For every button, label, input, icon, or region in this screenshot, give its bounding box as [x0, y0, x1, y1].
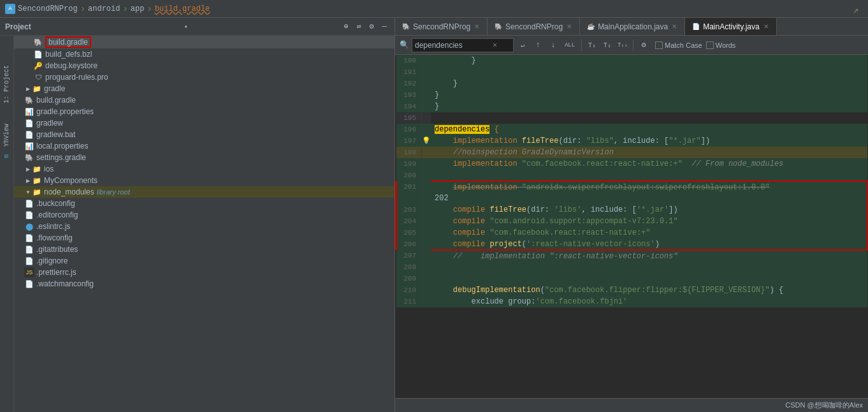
line-number	[396, 193, 422, 204]
table-row: 198 //noinspection GradleDynamicVersion	[396, 147, 868, 158]
line-content	[431, 112, 867, 124]
list-item[interactable]: 🐘 settings.gradle	[14, 152, 394, 163]
tab-mainapplication[interactable]: ☕ MainApplication.java ✕	[580, 18, 685, 35]
line-number: 190	[396, 55, 422, 66]
tree-label: build_defs.bzl	[45, 50, 92, 59]
breadcrumb-sep1: ›	[80, 4, 85, 14]
list-item[interactable]: ▶ 📁 gradle	[14, 83, 394, 94]
list-item[interactable]: 📄 .buckconfig	[14, 198, 394, 209]
search-filter-btn[interactable]: ⚙	[637, 39, 650, 52]
file-icon: 📄	[24, 256, 34, 266]
tab-close-btn[interactable]: ✕	[473, 23, 481, 31]
settings-icon[interactable]: ⚙	[366, 22, 377, 32]
words-option[interactable]: Words	[706, 41, 736, 49]
line-number: 194	[396, 101, 422, 112]
line-gutter	[422, 101, 431, 112]
file-icon: 📄	[33, 49, 43, 59]
match-case-option[interactable]: Match Case	[655, 41, 702, 49]
file-tree-header: Project ▾ ⊕ ⇌ ⚙ —	[0, 18, 394, 36]
breadcrumb: SencondRNProg › android › app › build.gr…	[18, 4, 210, 14]
tab-yhview[interactable]: YhView	[1, 120, 12, 151]
table-row: 196 dependencies {	[396, 124, 868, 135]
line-gutter	[422, 124, 431, 135]
list-item[interactable]: 📊 gradle.properties	[14, 106, 394, 117]
search-tii-btn[interactable]: Tᵢᵢ	[616, 39, 629, 52]
table-row: 206 compile project(':react-native-vecto…	[396, 239, 868, 250]
main-layout: Project ▾ ⊕ ⇌ ⚙ — 1: Project YhView m 🐘	[0, 18, 868, 412]
list-item[interactable]: 🐘 build.gradle	[14, 36, 394, 48]
list-item[interactable]: 📄 .editorconfig	[14, 209, 394, 221]
search-all-btn[interactable]: ALL	[562, 39, 577, 52]
search-next-btn[interactable]: ↓	[547, 39, 560, 52]
list-item[interactable]: 📄 .gitattributes	[14, 244, 394, 255]
project-dropdown-icon[interactable]: ▾	[184, 23, 188, 31]
list-item[interactable]: 📊 local.properties	[14, 140, 394, 152]
search-prev-btn[interactable]: ↑	[532, 39, 544, 52]
file-tree-toolbar: ⊕ ⇌ ⚙ —	[341, 22, 389, 32]
tab-mainactivity[interactable]: 📄 MainActivity.java ✕	[685, 18, 776, 35]
line-gutter	[422, 227, 431, 239]
tree-label: .prettierrc.js	[36, 268, 76, 277]
search-enter-btn[interactable]: ↵	[516, 39, 529, 52]
line-number: 210	[396, 284, 422, 296]
collapse-icon[interactable]: —	[379, 22, 389, 32]
list-item[interactable]: ▼ 📁 node_modules library root	[14, 186, 394, 198]
match-case-checkbox[interactable]	[655, 41, 663, 49]
expand-arrow: ▶	[24, 177, 32, 184]
list-item[interactable]: 📄 gradlew	[14, 117, 394, 129]
words-checkbox[interactable]	[706, 41, 714, 49]
table-row: 190 }	[396, 55, 868, 66]
line-number: 191	[396, 66, 422, 78]
file-icon: 📄	[24, 233, 34, 243]
line-number: 207	[396, 250, 422, 261]
tree-label: build.gradle	[36, 96, 76, 105]
list-item[interactable]: 📄 .flowconfig	[14, 232, 394, 244]
line-gutter	[422, 261, 431, 273]
folder-icon: 📁	[32, 187, 42, 197]
list-item[interactable]: 🔑 debug.keystore	[14, 60, 394, 71]
tree-label: settings.gradle	[36, 153, 86, 162]
search-match: dependencies	[435, 125, 489, 134]
line-number: 199	[396, 158, 422, 170]
table-row: 191	[396, 66, 868, 78]
tab-close-btn2[interactable]: ✕	[565, 23, 573, 31]
search-clear-btn[interactable]: ✕	[493, 40, 497, 50]
search-icon: 🔍	[399, 40, 409, 50]
line-content: compile project(':react-native-vector-ic…	[431, 239, 867, 250]
search-t2-btn[interactable]: T₁	[601, 39, 614, 52]
list-item[interactable]: ⬤ .eslintrc.js	[14, 221, 394, 232]
table-row: 194 }	[396, 101, 868, 112]
list-item[interactable]: ▶ 📁 MyComponents	[14, 175, 394, 186]
search-t1-btn[interactable]: T₁	[586, 39, 598, 52]
list-item[interactable]: ▶ 📁 ios	[14, 163, 394, 175]
tab-close-btn4[interactable]: ✕	[762, 23, 770, 31]
title-bar: A SencondRNProg › android › app › build.…	[0, 0, 868, 18]
tab-close-btn3[interactable]: ✕	[670, 23, 678, 31]
tree-label: .gitignore	[36, 256, 68, 265]
breadcrumb-file: build.gradle	[155, 4, 210, 13]
tab-sencondrnprog1[interactable]: 🐘 SencondRNProg ✕	[395, 18, 488, 35]
line-content: 202	[431, 193, 867, 204]
tab-label: MainApplication.java	[598, 22, 668, 31]
tab-project[interactable]: 1: Project	[1, 61, 12, 107]
folder-icon: 📁	[32, 164, 42, 174]
bulb-icon: 💡	[422, 137, 431, 145]
tab-bar: 🐘 SencondRNProg ✕ 🐘 SencondRNProg ✕ ☕ Ma…	[395, 18, 868, 36]
list-item[interactable]: 🐘 build.gradle	[14, 94, 394, 106]
line-content: //noinspection GradleDynamicVersion	[431, 147, 867, 158]
tab-m[interactable]: m	[1, 151, 12, 162]
list-item[interactable]: 📄 build_defs.bzl	[14, 48, 394, 60]
search-input[interactable]	[415, 41, 491, 50]
line-content: implementation fileTree(dir: "libs", inc…	[431, 135, 867, 147]
sync-icon[interactable]: ⇌	[354, 22, 364, 32]
tab-sencondrnprog2[interactable]: 🐘 SencondRNProg ✕	[488, 18, 580, 35]
list-item[interactable]: 📄 .watchmanconfig	[14, 278, 394, 290]
external-link-icon[interactable]: ↗	[853, 4, 863, 14]
code-editor[interactable]: 190 } 191 192 }	[395, 55, 868, 398]
expand-arrow: ▶	[24, 85, 32, 92]
list-item[interactable]: 📄 .gitignore	[14, 255, 394, 267]
list-item[interactable]: 📄 gradlew.bat	[14, 129, 394, 140]
list-item[interactable]: 🛡 proguard-rules.pro	[14, 71, 394, 83]
list-item[interactable]: JS .prettierrc.js	[14, 267, 394, 278]
locate-icon[interactable]: ⊕	[341, 22, 351, 32]
